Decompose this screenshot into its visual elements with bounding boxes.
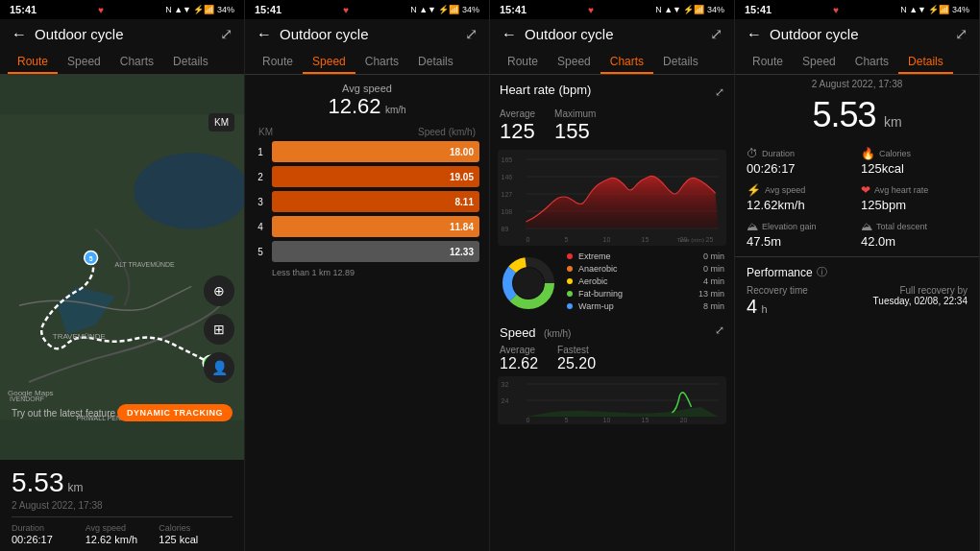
legend-fatburn: Fat-burning 13 min <box>567 289 724 299</box>
tab-charts-4[interactable]: Charts <box>845 49 898 74</box>
speed-row-1: 1 18.00 <box>255 141 479 162</box>
avgspeed-label: Avg speed <box>86 523 159 533</box>
tab-details-3[interactable]: Details <box>653 49 708 74</box>
signal-2: N ▲▼ ⚡📶 34% <box>410 5 479 14</box>
map-btn-1[interactable]: ⊕ <box>204 276 234 306</box>
donut-svg <box>500 254 557 312</box>
fatburn-dot <box>567 291 573 297</box>
avg-speed-header: Avg speed 12.62 km/h <box>245 75 489 123</box>
panel-route: 15:41 ♥ N ▲▼ ⚡📶 34% ← Outdoor cycle ⤢ Ro… <box>0 0 245 551</box>
tab-route-3[interactable]: Route <box>498 49 548 74</box>
distance-value: 5.53 <box>12 467 64 498</box>
dynamic-tracking-button[interactable]: DYNAMIC TRACKING <box>117 404 233 421</box>
detail-avgspeed: ⚡ Avg speed 12.62km/h <box>747 183 853 212</box>
avghr-icon: ❤ <box>861 183 870 197</box>
svg-text:5: 5 <box>89 255 93 262</box>
speed-val-5: 12.33 <box>450 247 474 257</box>
time-4: 15:41 <box>745 4 772 15</box>
map-controls: ⊕ ⊞ 👤 <box>204 276 234 383</box>
tab-speed-4[interactable]: Speed <box>793 49 845 74</box>
avg-speed-display: 12.62 km/h <box>257 94 478 119</box>
status-bar-4: 15:41 ♥ N ▲▼ ⚡📶 34% <box>735 0 979 19</box>
svg-text:89: 89 <box>502 226 509 232</box>
avgspeed-value: 12.62 km/h <box>86 534 159 545</box>
speed-table-header: KM Speed (km/h) <box>255 127 479 137</box>
tab-details-4[interactable]: Details <box>898 49 953 74</box>
speed-bar-2: 19.05 <box>272 166 479 187</box>
heart-status-3: ♥ <box>588 5 594 15</box>
legend-extreme: Extreme 0 min <box>567 252 724 261</box>
avgspeed-icon: ⚡ <box>747 183 761 197</box>
tab-details-1[interactable]: Details <box>163 49 218 74</box>
detail-elevation: ⛰ Elevation gain 47.5m <box>747 220 853 249</box>
tab-speed-1[interactable]: Speed <box>58 49 110 74</box>
svg-text:32: 32 <box>502 381 509 388</box>
anaerobic-label: Anaerobic <box>578 264 618 274</box>
svg-text:0: 0 <box>527 236 530 243</box>
back-button-1[interactable]: ← <box>12 26 27 43</box>
speed-val-2: 19.05 <box>450 172 474 182</box>
svg-text:165: 165 <box>502 156 513 163</box>
svg-text:25: 25 <box>706 236 714 243</box>
tab-charts-1[interactable]: Charts <box>110 49 163 74</box>
speed-title-group: Speed (km/h) <box>500 323 571 341</box>
km-header: KM <box>258 127 273 137</box>
less-than-row: Less than 1 km 12.89 <box>255 266 479 277</box>
anaerobic-dot <box>567 266 573 272</box>
signal-3: N ▲▼ ⚡📶 34% <box>655 5 724 14</box>
speed-val-4: 11.84 <box>450 222 474 232</box>
tab-route-2[interactable]: Route <box>253 49 303 74</box>
fatburn-time: 13 min <box>698 289 724 299</box>
full-recovery: Full recovery by Tuesday, 02/08, 22:34 <box>873 285 968 306</box>
back-button-2[interactable]: ← <box>257 26 272 43</box>
route-icon-1[interactable]: ⤢ <box>220 25 233 43</box>
aerobic-label: Aerobic <box>578 276 608 286</box>
avgspeed-label-d: ⚡ Avg speed <box>747 183 853 197</box>
recovery-label: Recovery time <box>747 285 808 296</box>
detail-avghr: ❤ Avg heart rate 125bpm <box>861 183 968 212</box>
tab-speed-3[interactable]: Speed <box>548 49 600 74</box>
donut-section: Extreme 0 min Anaerobic 0 min Aerobic 4 … <box>490 246 734 320</box>
time-2: 15:41 <box>255 4 282 15</box>
anaerobic-time: 0 min <box>703 264 724 274</box>
calories-val-d: 125kcal <box>861 161 968 176</box>
heart-rate-section: Heart rate (bpm) ⤢ <box>490 75 734 105</box>
speed-fastest: Fastest 25.20 <box>557 345 596 372</box>
tab-bar-2: Route Speed Charts Details <box>245 47 489 75</box>
performance-row: Recovery time 4 h Full recovery by Tuesd… <box>747 285 968 318</box>
hr-max-val: 155 <box>554 119 596 144</box>
tab-route-4[interactable]: Route <box>743 49 793 74</box>
svg-text:10: 10 <box>603 236 611 243</box>
fatburn-label: Fat-burning <box>578 289 623 299</box>
legend-warmup: Warm-up 8 min <box>567 301 724 311</box>
aerobic-dot <box>567 278 573 284</box>
status-bar-1: 15:41 ♥ N ▲▼ ⚡📶 34% <box>0 0 244 19</box>
calories-label-d: 🔥 Calories <box>861 147 968 160</box>
header-3: ← Outdoor cycle ⤢ <box>490 19 734 47</box>
tab-charts-2[interactable]: Charts <box>355 49 408 74</box>
extreme-dot <box>567 253 573 259</box>
expand-hr-icon[interactable]: ⤢ <box>715 85 724 99</box>
svg-text:127: 127 <box>502 191 513 198</box>
tab-route-1[interactable]: Route <box>8 49 58 74</box>
back-button-4[interactable]: ← <box>747 26 762 43</box>
duration-label: Duration <box>12 523 86 533</box>
back-button-3[interactable]: ← <box>502 26 517 43</box>
tab-speed-2[interactable]: Speed <box>303 49 355 74</box>
page-title-1: Outdoor cycle <box>35 26 124 42</box>
detail-descent: ⛰ Total descent 42.0m <box>861 220 968 249</box>
header-2: ← Outdoor cycle ⤢ <box>245 19 489 47</box>
map-btn-3[interactable]: 👤 <box>204 352 234 383</box>
map-btn-2[interactable]: ⊞ <box>204 314 234 345</box>
expand-speed-icon[interactable]: ⤢ <box>715 323 724 341</box>
tab-bar-3: Route Speed Charts Details <box>490 47 734 75</box>
tab-details-2[interactable]: Details <box>408 49 463 74</box>
km-label-4: 4 <box>255 222 266 232</box>
route-icon-3[interactable]: ⤢ <box>710 25 723 43</box>
warmup-time: 8 min <box>703 301 724 311</box>
route-icon-2[interactable]: ⤢ <box>465 25 478 43</box>
detail-duration: ⏱ Duration 00:26:17 <box>747 147 853 176</box>
page-title-4: Outdoor cycle <box>770 26 859 42</box>
tab-charts-3[interactable]: Charts <box>600 49 653 74</box>
route-icon-4[interactable]: ⤢ <box>955 25 968 43</box>
